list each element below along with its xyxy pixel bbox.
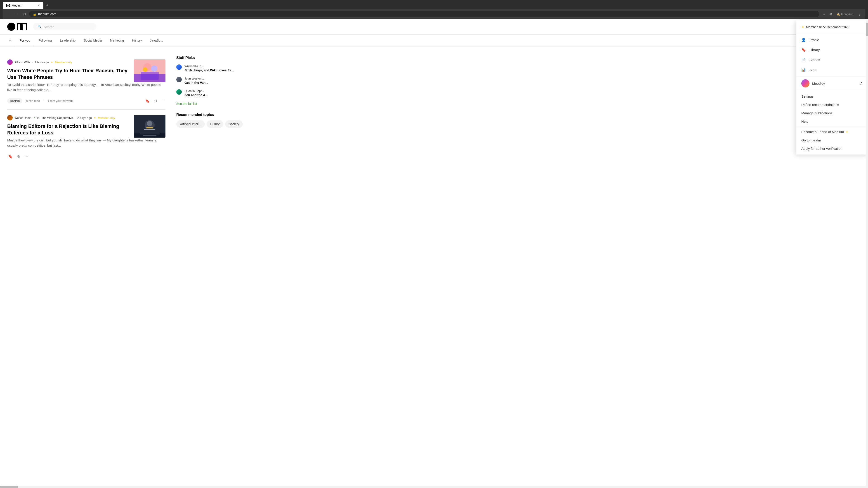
reload-button[interactable]: ↻ [22,11,27,17]
tab-following[interactable]: Following [35,35,55,46]
incognito-button[interactable]: 🕵 Incognito [835,11,855,17]
thumbnail-illustration [134,59,165,82]
go-to-me-dm-item[interactable]: Go to me.dm [796,136,868,144]
tab-for-you[interactable]: For you [16,35,34,46]
staff-picks-title: Staff Picks [176,56,244,60]
staff-pick-author: Wikimedia In... [184,64,234,68]
topic-pill[interactable]: Society [225,121,243,128]
recommended-section: Recommended topics Artificial Intell... … [176,113,244,128]
main-content: Allison Wiltz · 1 hour ago ✦ Member-only… [0,47,868,165]
add-topic-button[interactable]: + [7,35,13,46]
go-to-me-dm-label: Go to me.dm [801,138,821,142]
verified-icon: ✓ [33,116,35,119]
staff-pick-avatar [176,77,182,82]
become-friend-item[interactable]: Become a Friend of Medium ✦ [796,128,868,136]
svg-rect-19 [144,129,155,130]
author-avatar [7,59,13,65]
article-body: Allison Wiltz · 1 hour ago ✦ Member-only… [7,59,165,95]
minus-button[interactable]: ⊖ [16,153,21,160]
help-item[interactable]: Help [796,117,868,126]
topic-pill[interactable]: Artificial Intell... [176,121,205,128]
dropdown-stats-label: Stats [809,68,817,72]
user-dropdown-menu: ✦ Member since December 2023 👤 Profile 🔖… [796,20,868,155]
back-button[interactable]: ← [5,11,12,17]
address-bar[interactable]: 🔒 medium.com [29,11,819,17]
medium-logo[interactable] [7,23,28,31]
article-thumbnail [134,115,165,138]
staff-pick-content: Wikimedia In... Birds, bugs, and Wiki Lo… [184,64,234,72]
cursor-icon: ↺ [859,81,863,86]
recommended-title: Recommended topics [176,113,244,117]
sidebar: Staff Picks Wikimedia In... Birds, bugs,… [176,54,244,165]
bookmark-button[interactable]: 🔖 [7,153,13,160]
dropdown-stats-item[interactable]: 📊 Stats [796,65,868,74]
staff-pick-title: Birds, bugs, and Wiki Loves Ea... [184,68,234,72]
star-button[interactable]: ☆ [821,11,827,17]
more-button[interactable]: ··· [24,154,29,160]
article-meta: Allison Wiltz · 1 hour ago ✦ Member-only [7,59,129,65]
extension-button[interactable]: ⧉ [828,11,833,17]
horizontal-scrollbar-thumb[interactable] [0,486,18,487]
member-star-icon: ✦ [94,116,96,120]
more-button[interactable]: ··· [161,98,165,104]
svg-point-2 [7,23,16,31]
tab-leadership[interactable]: Leadership [56,35,79,46]
author-avatar [7,115,13,121]
svg-rect-22 [140,133,160,134]
user-profile-item[interactable]: Moodjoy ↺ [801,79,863,88]
forward-button[interactable]: → [13,11,20,17]
become-friend-label: Become a Friend of Medium [801,130,844,134]
address-input[interactable]: medium.com [38,12,815,16]
dropdown-profile-item[interactable]: 👤 Profile [796,35,868,45]
article-body: Walter Rhein ✓ in The Writing Cooperativ… [7,115,165,151]
topic-pill[interactable]: Humor [207,121,223,128]
dropdown-profile-label: Profile [809,38,819,42]
search-bar[interactable]: 🔍 Search [33,23,96,31]
tab-history[interactable]: History [128,35,146,46]
author-name: Walter Rhein [14,116,31,120]
publication-name: The Writing Cooperative [41,116,73,120]
member-badge: Member-only [98,116,115,120]
settings-item[interactable]: Settings [796,92,868,101]
menu-button[interactable]: ⋮ [856,11,863,17]
author-name: Allison Wiltz [14,61,30,64]
tab-title: Medium [12,4,22,7]
svg-rect-23 [143,135,156,136]
tab-close-button[interactable]: ✕ [37,4,40,7]
dropdown-library-item[interactable]: 🔖 Library [796,45,868,55]
refine-recommendations-item[interactable]: Refine recommendations [796,101,868,109]
dropdown-library-label: Library [809,48,820,52]
active-tab[interactable]: M Medium ✕ [3,2,43,9]
tab-marketing[interactable]: Marketing [106,35,127,46]
article-card: Walter Rhein ✓ in The Writing Cooperativ… [7,109,165,165]
article-tag[interactable]: Racism [7,98,22,103]
svg-rect-6 [20,26,21,27]
apply-author-label: Apply for author verification [801,147,842,151]
staff-pick-item[interactable]: Joan Westenl... Get in the Van... [176,77,244,85]
see-full-list-link[interactable]: See the full list [176,102,244,105]
horizontal-scrollbar[interactable] [0,486,866,487]
dropdown-stories-item[interactable]: 📄 Stories [796,55,868,65]
time-ago: 2 days ago [77,116,92,120]
article-card: Allison Wiltz · 1 hour ago ✦ Member-only… [7,54,165,109]
vertical-scrollbar[interactable] [866,20,868,487]
scrollbar-thumb[interactable] [866,23,868,36]
tab-social-media[interactable]: Social Media [80,35,105,46]
minus-button[interactable]: ⊖ [153,98,158,104]
time-ago: 1 hour ago [35,61,49,64]
medium-app: 🔍 Search Write 🔔 + For you Following Lea… [0,19,868,487]
manage-publications-item[interactable]: Manage publications [796,109,868,117]
article-subtitle: To avoid the scarlet letter "R," they're… [7,82,165,92]
svg-rect-15 [134,74,165,82]
bookmark-button[interactable]: 🔖 [144,98,151,104]
staff-pick-item[interactable]: Wikimedia In... Birds, bugs, and Wiki Lo… [176,64,244,72]
browser-chrome: M Medium ✕ + ← → ↻ 🔒 medium.com ☆ ⧉ 🕵 In… [0,0,868,19]
svg-rect-9 [26,23,27,30]
nav-tabs: + For you Following Leadership Social Me… [0,35,868,47]
staff-pick-item[interactable]: Quentin Sept... Zen and the A... [176,89,244,97]
apply-author-verification-item[interactable]: Apply for author verification [796,144,868,153]
svg-point-12 [151,65,157,72]
member-star-icon: ✦ [801,25,804,29]
new-tab-button[interactable]: + [44,2,51,9]
tab-javascript[interactable]: JavaSc... [147,35,167,46]
